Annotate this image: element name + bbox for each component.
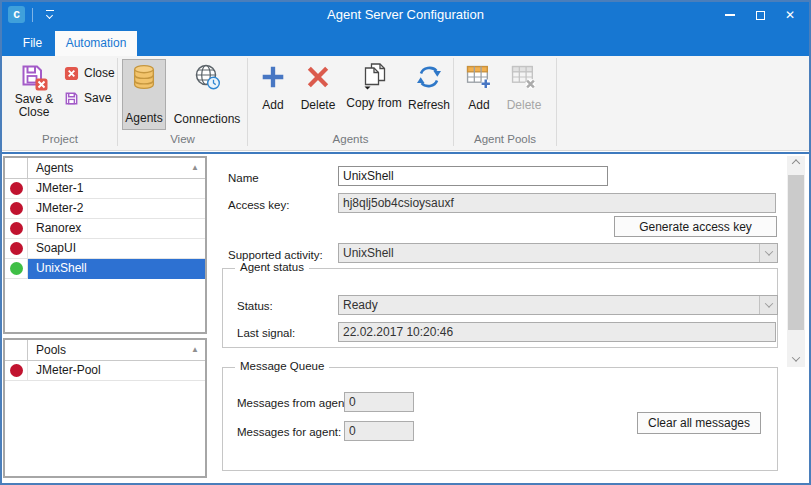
view-agents-label: Agents	[125, 111, 162, 129]
agents-list-header[interactable]: Agents ▲	[5, 158, 205, 179]
status-label: Status:	[237, 300, 273, 312]
agent-row[interactable]: JMeter-1	[5, 179, 205, 199]
window-controls: ✕	[715, 0, 805, 30]
pool-add-label: Add	[468, 98, 489, 112]
agent-add-button[interactable]: Add	[252, 64, 294, 112]
agent-delete-button[interactable]: Delete	[294, 64, 342, 112]
messages-for-agent-input	[344, 421, 414, 441]
view-agents-button[interactable]: Agents	[122, 59, 166, 130]
access-key-input	[338, 193, 776, 213]
database-icon	[131, 64, 157, 91]
status-value: Ready	[339, 296, 759, 314]
sort-ascending-icon: ▲	[191, 340, 199, 360]
status-dot-red	[10, 202, 23, 215]
ribbon-tab-row: File Automation	[0, 30, 811, 56]
agent-row[interactable]: JMeter-2	[5, 199, 205, 219]
chevron-up-icon	[792, 159, 800, 167]
last-signal-input	[338, 322, 776, 342]
status-dot-red	[10, 364, 23, 377]
agent-copy-from-button[interactable]: Copy from	[342, 62, 406, 110]
status-dot-red	[10, 182, 23, 195]
delete-x-icon	[305, 64, 331, 90]
pool-row[interactable]: JMeter-Pool	[5, 361, 205, 381]
agent-row[interactable]: Ranorex	[5, 219, 205, 239]
close-red-icon	[64, 66, 79, 81]
ribbon: Save & Close Close Save Project Agents	[0, 56, 811, 151]
clear-all-messages-button[interactable]: Clear all messages	[637, 412, 761, 434]
scroll-up-button[interactable]	[787, 156, 805, 173]
status-dropdown: Ready	[338, 295, 778, 315]
window-title: Agent Server Configuration	[0, 0, 811, 30]
tab-file[interactable]: File	[10, 30, 55, 56]
supported-activity-label: Supported activity:	[228, 249, 323, 261]
details-scrollbar[interactable]	[787, 156, 805, 367]
agents-list: Agents ▲ JMeter-1 JMeter-2 Ranorex SoapU…	[3, 156, 207, 334]
ribbon-separator	[556, 58, 557, 146]
chevron-down-icon	[759, 296, 777, 314]
chevron-down-icon	[792, 353, 800, 361]
maximize-button[interactable]	[745, 0, 775, 30]
agent-status-caption: Agent status	[235, 261, 309, 273]
add-plus-icon	[260, 64, 286, 90]
generate-access-key-button[interactable]: Generate access key	[614, 216, 777, 237]
pool-add-button[interactable]: Add	[458, 64, 500, 112]
pools-list: Pools ▲ JMeter-Pool	[3, 338, 207, 478]
status-column-header	[5, 340, 28, 360]
view-connections-label: Connections	[174, 112, 241, 130]
save-close-icon	[20, 63, 48, 91]
scroll-down-button[interactable]	[787, 350, 805, 367]
table-add-icon	[466, 64, 492, 90]
agent-add-label: Add	[262, 98, 283, 112]
access-key-label: Access key:	[228, 199, 289, 211]
save-button[interactable]: Save	[64, 88, 111, 108]
minimize-button[interactable]	[715, 0, 745, 30]
supported-activity-value: UnixShell	[339, 244, 759, 262]
group-caption-agent-pools: Agent Pools	[454, 133, 556, 148]
save-label: Save	[84, 91, 111, 105]
pool-delete-button: Delete	[500, 64, 548, 112]
agent-row[interactable]: SoapUI	[5, 239, 205, 259]
status-column-header	[5, 158, 28, 178]
agent-delete-label: Delete	[301, 98, 336, 112]
pools-list-header[interactable]: Pools ▲	[5, 340, 205, 361]
close-project-button[interactable]: Close	[64, 63, 115, 83]
name-input[interactable]	[338, 166, 608, 186]
scrollbar-thumb[interactable]	[788, 175, 804, 330]
agent-name: SoapUI	[28, 239, 205, 259]
group-caption-view: View	[118, 133, 247, 148]
pool-name: JMeter-Pool	[28, 361, 205, 381]
agent-name: UnixShell	[28, 259, 205, 279]
message-queue-caption: Message Queue	[235, 360, 329, 372]
sort-ascending-icon: ▲	[191, 158, 199, 178]
chevron-down-icon	[759, 244, 777, 262]
title-bar: c Agent Server Configuration ✕	[0, 0, 811, 30]
close-button[interactable]: ✕	[775, 0, 805, 30]
save-close-label: Save & Close	[15, 93, 54, 119]
agent-refresh-label: Refresh	[408, 98, 450, 112]
save-and-close-button[interactable]: Save & Close	[8, 59, 60, 130]
supported-activity-dropdown: UnixShell	[338, 243, 778, 263]
minimize-icon	[725, 14, 735, 16]
status-dot-red	[10, 222, 23, 235]
pools-header-label: Pools	[28, 340, 191, 360]
agents-header-label: Agents	[28, 158, 191, 178]
refresh-icon	[416, 64, 442, 90]
close-project-label: Close	[84, 66, 115, 80]
pool-delete-label: Delete	[507, 98, 542, 112]
agent-name: Ranorex	[28, 219, 205, 239]
globe-clock-icon	[193, 63, 221, 91]
agent-name: JMeter-2	[28, 199, 205, 219]
maximize-icon	[756, 11, 765, 20]
copy-documents-icon	[359, 62, 389, 90]
last-signal-label: Last signal:	[237, 327, 295, 339]
agent-copy-from-label: Copy from	[346, 96, 401, 110]
save-icon	[64, 91, 79, 106]
messages-from-agent-input	[344, 392, 414, 412]
messages-for-agent-label: Messages for agent:	[237, 426, 341, 438]
agent-refresh-button[interactable]: Refresh	[406, 64, 452, 112]
agent-row-selected[interactable]: UnixShell	[5, 259, 205, 279]
view-connections-button[interactable]: Connections	[168, 59, 246, 130]
agent-name: JMeter-1	[28, 179, 205, 199]
tab-automation[interactable]: Automation	[55, 31, 137, 56]
messages-from-agent-label: Messages from agent:	[237, 397, 351, 409]
